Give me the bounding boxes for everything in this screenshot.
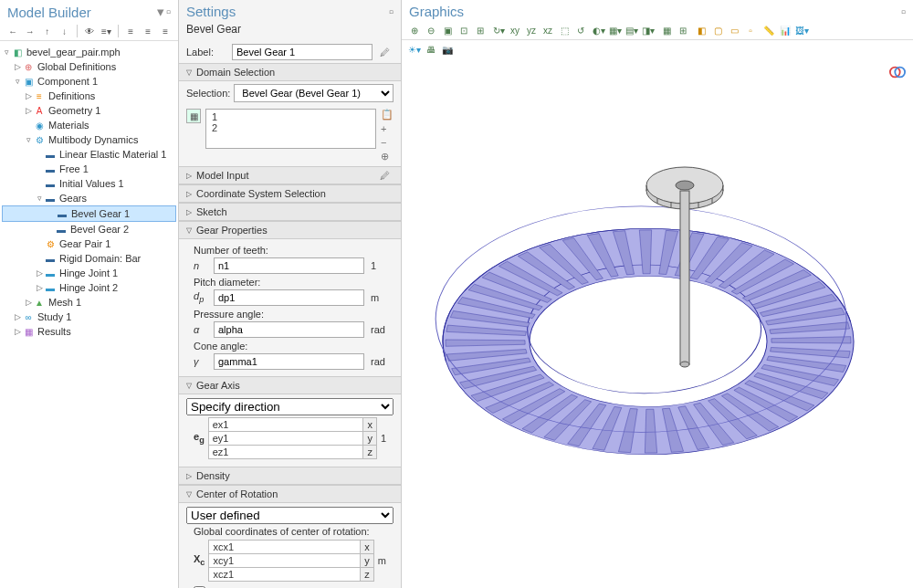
probe-icon[interactable]: 📊 bbox=[778, 23, 792, 37]
svg-point-17 bbox=[680, 362, 689, 367]
rename-icon[interactable]: 🖉 bbox=[376, 47, 394, 58]
image-icon[interactable]: 🖼▾ bbox=[794, 23, 809, 37]
selection-row: Selection: Bevel Gear (Bevel Gear 1) bbox=[179, 81, 401, 105]
zoom-box-icon[interactable]: ▣ bbox=[440, 23, 455, 37]
model-tree[interactable]: ▿◧bevel_gear_pair.mph▷⊕Global Definition… bbox=[0, 41, 178, 588]
print-icon[interactable]: 🖶 bbox=[424, 42, 438, 57]
sel-bnd-icon[interactable]: ▢ bbox=[710, 23, 725, 37]
tree-node[interactable]: ▬Initial Values 1 bbox=[2, 176, 176, 191]
tree-node[interactable]: ▿▬Gears bbox=[2, 191, 176, 205]
tree-node[interactable]: ▬Free 1 bbox=[2, 162, 176, 176]
tree-node[interactable]: ▿⚙Multibody Dynamics bbox=[2, 132, 176, 147]
tree-node[interactable]: ▷⊕Global Definitions bbox=[2, 59, 176, 74]
panel-undock-icon[interactable]: ▫ bbox=[901, 4, 906, 19]
tree-node[interactable]: ▷▦Results bbox=[2, 324, 176, 339]
nav-back-icon[interactable]: ← bbox=[5, 24, 20, 38]
label-input[interactable] bbox=[232, 44, 373, 60]
gear-axis-mode[interactable]: Specify direction bbox=[186, 398, 394, 415]
zoom-sel-icon[interactable]: ⊕ bbox=[381, 151, 394, 163]
label-label: Label: bbox=[186, 47, 228, 58]
tree-node[interactable]: ▷AGeometry 1 bbox=[2, 103, 176, 118]
tree-node[interactable]: ▷▲Mesh 1 bbox=[2, 295, 176, 310]
section-density[interactable]: Density bbox=[179, 467, 401, 485]
remove-icon[interactable]: − bbox=[381, 137, 394, 148]
paste-icon[interactable]: 📋 bbox=[381, 109, 394, 121]
expand-icon[interactable]: ≡▾ bbox=[99, 24, 113, 38]
section-domain-selection[interactable]: Domain Selection bbox=[179, 63, 401, 81]
add-icon[interactable]: + bbox=[381, 123, 394, 134]
tree-node[interactable]: ▷≡Definitions bbox=[2, 89, 176, 103]
section-center-rot[interactable]: Center of Rotation bbox=[179, 485, 401, 503]
domain-list[interactable]: 1 2 bbox=[205, 109, 376, 149]
tree-opt1-icon[interactable]: ≡ bbox=[123, 24, 138, 38]
rotate-icon[interactable]: ↻▾ bbox=[491, 23, 506, 37]
axes-icon[interactable]: ⊞ bbox=[676, 23, 690, 37]
ez-input[interactable]: ez1 bbox=[208, 446, 363, 459]
selection-dropdown[interactable]: Bevel Gear (Bevel Gear 1) bbox=[234, 84, 394, 102]
redraw-icon[interactable]: ↺ bbox=[573, 23, 588, 37]
tree-opt3-icon[interactable]: ≡ bbox=[158, 24, 173, 38]
panel-undock-icon[interactable]: ▫ bbox=[166, 4, 171, 20]
tree-node[interactable]: ▬Linear Elastic Material 1 bbox=[2, 147, 176, 162]
wireframe-icon[interactable]: ▤▾ bbox=[624, 23, 639, 37]
measure-icon[interactable]: 📏 bbox=[761, 23, 776, 37]
svg-point-8 bbox=[676, 181, 694, 190]
tree-node[interactable]: ▷▬Hinge Joint 1 bbox=[2, 266, 176, 280]
edit-icon[interactable]: 🖉 bbox=[376, 170, 394, 181]
view-yz-icon[interactable]: yz bbox=[524, 23, 539, 37]
xcx-input[interactable]: xcx1 bbox=[209, 541, 361, 554]
ey-input[interactable]: ey1 bbox=[208, 432, 363, 446]
gear-axis-body: Specify direction eg ex1x ey1y ez1z 1 bbox=[179, 394, 401, 467]
tree-node[interactable]: ▿◧bevel_gear_pair.mph bbox=[2, 45, 176, 59]
section-gear-axis[interactable]: Gear Axis bbox=[179, 376, 401, 394]
clip-icon[interactable]: ◐▾ bbox=[592, 23, 606, 37]
zoom-sel-icon[interactable]: ⊞ bbox=[473, 23, 488, 37]
nav-fwd-icon[interactable]: → bbox=[23, 24, 37, 38]
tree-node[interactable]: ▬Bevel Gear 2 bbox=[2, 222, 176, 236]
list-item[interactable]: 1 bbox=[212, 111, 370, 122]
tree-node[interactable]: ▿▣Component 1 bbox=[2, 74, 176, 89]
sel-dom-icon[interactable]: ◧ bbox=[694, 23, 708, 37]
tree-node[interactable]: ⚙Gear Pair 1 bbox=[2, 236, 176, 251]
xcy-input[interactable]: xcy1 bbox=[209, 554, 361, 568]
zoom-out-icon[interactable]: ⊖ bbox=[424, 23, 438, 37]
section-model-input[interactable]: Model Input🖉 bbox=[179, 166, 401, 184]
ex-input[interactable]: ex1 bbox=[208, 418, 363, 432]
tree-node[interactable]: ◉Materials bbox=[2, 118, 176, 132]
xcz-input[interactable]: xcz1 bbox=[209, 568, 361, 582]
gamma-input[interactable] bbox=[214, 353, 364, 370]
view-default-icon[interactable]: ⬚ bbox=[557, 23, 572, 37]
section-coord-sys[interactable]: Coordinate System Selection bbox=[179, 184, 401, 203]
domain-view-icon[interactable]: ▦ bbox=[186, 109, 201, 123]
view-xy-icon[interactable]: xy bbox=[508, 23, 522, 37]
render-icon[interactable]: ◨▾ bbox=[641, 23, 656, 37]
tree-opt2-icon[interactable]: ≡ bbox=[141, 24, 155, 38]
snapshot-icon[interactable]: 📷 bbox=[440, 42, 455, 57]
n-input[interactable] bbox=[214, 257, 364, 274]
tree-node[interactable]: ▷∞Study 1 bbox=[2, 310, 176, 324]
tree-node[interactable]: ▬Bevel Gear 1 bbox=[2, 205, 176, 222]
alpha-input[interactable] bbox=[214, 321, 364, 338]
dp-input[interactable] bbox=[214, 289, 364, 306]
nav-up-icon[interactable]: ↑ bbox=[40, 24, 55, 38]
tree-node[interactable]: ▬Rigid Domain: Bar bbox=[2, 251, 176, 266]
section-sketch[interactable]: Sketch bbox=[179, 203, 401, 221]
graphics-canvas[interactable] bbox=[402, 58, 913, 588]
show-icon[interactable]: 👁 bbox=[82, 24, 97, 38]
tree-node[interactable]: ▷▬Hinge Joint 2 bbox=[2, 280, 176, 295]
graphics-toolbar-2: ☀▾ 🖶 📷 bbox=[402, 40, 913, 58]
view-xz-icon[interactable]: xz bbox=[540, 23, 555, 37]
panel-undock-icon[interactable]: ▫ bbox=[389, 4, 394, 19]
zoom-in-icon[interactable]: ⊕ bbox=[407, 23, 422, 37]
transparency-icon[interactable]: ▦▾ bbox=[608, 23, 623, 37]
center-rot-mode[interactable]: User defined bbox=[186, 507, 394, 524]
grid-icon[interactable]: ▦ bbox=[659, 23, 674, 37]
sel-pt-icon[interactable]: ▫ bbox=[743, 23, 758, 37]
scene-light-icon[interactable]: ☀▾ bbox=[407, 42, 422, 57]
panel-menu-icon[interactable]: ▾ bbox=[157, 4, 164, 20]
list-item[interactable]: 2 bbox=[212, 122, 370, 133]
zoom-extents-icon[interactable]: ⊡ bbox=[456, 23, 471, 37]
section-gear-props[interactable]: Gear Properties bbox=[179, 221, 401, 239]
sel-edge-icon[interactable]: ▭ bbox=[727, 23, 741, 37]
nav-down-icon[interactable]: ↓ bbox=[58, 24, 72, 38]
